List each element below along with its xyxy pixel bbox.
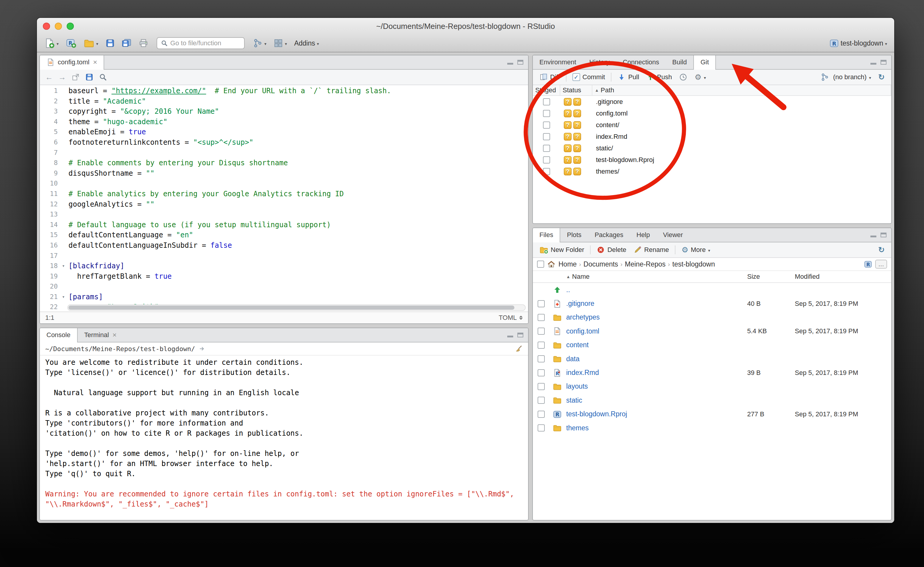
file-row[interactable]: archetypes [533,311,891,324]
file-row[interactable]: .. [533,283,891,296]
breadcrumb-item[interactable]: test-blogdown [672,260,715,268]
staged-checkbox[interactable] [543,110,550,117]
file-row[interactable]: config.toml5.4 KBSep 5, 2017, 8:19 PM [533,324,891,338]
git-row[interactable]: ??.gitignore [533,96,891,107]
breadcrumb-item[interactable]: Documents [584,260,618,268]
project-selector[interactable]: test-blogdown ▾ [827,37,890,49]
zoom-window-button[interactable] [67,23,74,30]
git-row[interactable]: ??config.toml [533,107,891,119]
push-button[interactable]: Push [643,72,675,83]
find-icon[interactable] [99,73,107,81]
file-row[interactable]: themes [533,421,891,435]
fold-icon[interactable]: ▾ [62,261,65,271]
refresh-files-button[interactable]: ↻ [875,245,888,255]
addins-button[interactable]: Addins ▾ [292,38,321,48]
column-status[interactable]: Status [560,85,592,95]
tab-help[interactable]: Help [630,228,656,242]
horizontal-scrollbar[interactable] [67,304,526,311]
file-name-link[interactable]: config.toml [566,327,599,335]
column-path[interactable]: ▲ Path [592,85,891,95]
tab-packages[interactable]: Packages [588,228,630,242]
popout-icon[interactable] [72,73,80,81]
staged-checkbox[interactable] [543,168,550,175]
tab-git[interactable]: Git [693,56,716,70]
git-row[interactable]: ??test-blogdown.Rproj [533,154,891,165]
goto-directory-arrow-icon[interactable] [198,345,206,352]
goto-input[interactable] [170,39,240,47]
maximize-pane-icon[interactable] [880,60,886,65]
file-row[interactable]: static [533,393,891,407]
select-all-checkbox[interactable] [537,260,544,268]
minimize-pane-icon[interactable] [507,332,513,337]
file-name-link[interactable]: .. [566,286,570,294]
panes-layout-button[interactable]: ▾ [271,37,290,49]
close-tab-icon[interactable]: × [112,331,117,339]
refresh-git-button[interactable]: ↻ [875,72,888,82]
goto-directory-button[interactable]: … [875,260,887,269]
file-row[interactable]: .gitignore40 BSep 5, 2017, 8:19 PM [533,296,891,310]
branch-selector[interactable]: (no branch) ▾ [830,72,874,82]
file-row[interactable]: data [533,352,891,366]
vcs-dropdown-button[interactable]: ▾ [250,37,269,49]
staged-checkbox[interactable] [543,98,550,105]
staged-checkbox[interactable] [543,156,550,164]
file-checkbox[interactable] [538,314,545,321]
staged-checkbox[interactable] [543,122,550,129]
file-checkbox[interactable] [538,300,545,307]
file-name-link[interactable]: data [566,355,580,363]
code-editor[interactable]: 1baseurl = "https://example.com/" # End … [40,85,528,311]
fold-icon[interactable]: ▾ [62,292,65,302]
column-modified[interactable]: Modified [795,273,891,281]
tab-history[interactable]: History [583,56,616,69]
file-checkbox[interactable] [538,341,545,349]
clear-console-icon[interactable] [514,344,523,353]
more-git-button[interactable]: ⚙ ▾ [692,72,709,82]
minimize-pane-icon[interactable] [870,233,876,237]
column-staged[interactable]: Staged [533,85,560,95]
file-row[interactable]: test-blogdown.Rproj277 BSep 5, 2017, 8:1… [533,408,891,421]
file-checkbox[interactable] [538,355,545,362]
goto-file-function-box[interactable] [157,37,245,49]
column-name[interactable]: ▲ Name [565,273,747,281]
git-row[interactable]: ??content/ [533,119,891,131]
maximize-pane-icon[interactable] [518,60,524,65]
tab-plots[interactable]: Plots [560,228,588,242]
maximize-pane-icon[interactable] [518,332,524,337]
minimize-pane-icon[interactable] [507,60,513,65]
file-name-link[interactable]: index.Rmd [566,368,599,377]
more-files-button[interactable]: ⚙ More ▾ [678,245,713,255]
file-name-link[interactable]: test-blogdown.Rproj [566,410,627,418]
file-row[interactable]: layouts [533,380,891,393]
tab-viewer[interactable]: Viewer [656,228,689,242]
tab-console[interactable]: Console [40,328,78,343]
git-row[interactable]: ??index.Rmd [533,131,891,142]
console-output[interactable]: You are welcome to redistribute it under… [40,356,528,520]
file-row[interactable]: index.Rmd39 BSep 5, 2017, 8:19 PM [533,366,891,379]
tab-environment[interactable]: Environment [533,56,583,69]
commit-button[interactable]: ✓ Commit [570,72,608,82]
pull-button[interactable]: Pull [614,72,642,83]
breadcrumb-item[interactable]: Home [558,260,577,268]
tab-connections[interactable]: Connections [616,56,666,69]
staged-checkbox[interactable] [543,133,550,140]
file-checkbox[interactable] [538,328,545,335]
file-checkbox[interactable] [538,383,545,390]
breadcrumb-item[interactable]: Meine-Repos [625,260,666,268]
file-name-link[interactable]: .gitignore [566,299,594,308]
new-project-button[interactable] [63,37,79,50]
save-all-button[interactable] [120,37,134,49]
new-file-button[interactable]: ▾ [42,37,61,50]
file-checkbox[interactable] [538,397,545,404]
tab-files[interactable]: Files [533,228,560,242]
tab-build[interactable]: Build [666,56,693,69]
column-size[interactable]: Size [747,273,795,281]
file-checkbox[interactable] [538,424,545,432]
window-titlebar[interactable]: ~/Documents/Meine-Repos/test-blogdown - … [37,18,894,35]
file-name-link[interactable]: content [566,341,588,349]
file-name-link[interactable]: archetypes [566,313,600,321]
file-checkbox[interactable] [538,411,545,418]
minimize-window-button[interactable] [55,23,62,30]
tab-terminal[interactable]: Terminal × [78,328,123,342]
save-button[interactable] [103,37,117,49]
print-button[interactable] [136,37,151,49]
